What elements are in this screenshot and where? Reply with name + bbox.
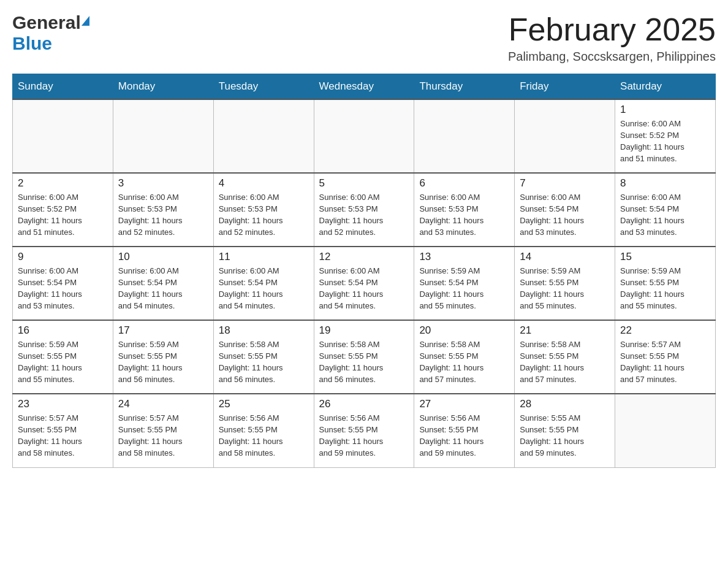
calendar-cell: 16Sunrise: 5:59 AM Sunset: 5:55 PM Dayli… [13,320,113,394]
day-info: Sunrise: 5:58 AM Sunset: 5:55 PM Dayligh… [219,339,309,385]
day-info: Sunrise: 6:00 AM Sunset: 5:52 PM Dayligh… [18,192,108,238]
calendar-cell: 27Sunrise: 5:56 AM Sunset: 5:55 PM Dayli… [414,394,515,467]
day-number: 23 [18,398,108,410]
calendar-cell: 22Sunrise: 5:57 AM Sunset: 5:55 PM Dayli… [615,320,716,394]
day-number: 25 [219,398,309,410]
logo-blue-text: Blue [12,33,52,54]
calendar-cell [414,99,515,173]
day-info: Sunrise: 5:56 AM Sunset: 5:55 PM Dayligh… [319,413,409,459]
day-number: 20 [419,324,509,337]
day-number: 21 [520,324,610,337]
day-number: 8 [620,177,710,190]
calendar-cell: 3Sunrise: 6:00 AM Sunset: 5:53 PM Daylig… [113,173,213,247]
day-number: 28 [520,398,610,410]
week-row-2: 2Sunrise: 6:00 AM Sunset: 5:52 PM Daylig… [13,173,716,247]
calendar-cell: 23Sunrise: 5:57 AM Sunset: 5:55 PM Dayli… [13,394,113,467]
week-row-1: 1Sunrise: 6:00 AM Sunset: 5:52 PM Daylig… [13,99,716,173]
day-info: Sunrise: 5:58 AM Sunset: 5:55 PM Dayligh… [520,339,610,385]
day-number: 12 [319,251,409,263]
calendar-cell: 11Sunrise: 6:00 AM Sunset: 5:54 PM Dayli… [213,247,314,320]
day-info: Sunrise: 6:00 AM Sunset: 5:54 PM Dayligh… [620,192,710,238]
calendar-cell: 25Sunrise: 5:56 AM Sunset: 5:55 PM Dayli… [213,394,314,467]
calendar-cell: 10Sunrise: 6:00 AM Sunset: 5:54 PM Dayli… [113,247,213,320]
title-section: February 2025 Palimbang, Soccsksargen, P… [508,12,716,64]
weekday-header-tuesday: Tuesday [213,74,314,100]
day-info: Sunrise: 6:00 AM Sunset: 5:54 PM Dayligh… [319,266,409,312]
month-title: February 2025 [508,12,716,47]
calendar-cell: 5Sunrise: 6:00 AM Sunset: 5:53 PM Daylig… [314,173,414,247]
calendar-cell [213,99,314,173]
calendar-cell: 26Sunrise: 5:56 AM Sunset: 5:55 PM Dayli… [314,394,414,467]
day-info: Sunrise: 6:00 AM Sunset: 5:54 PM Dayligh… [219,266,309,312]
day-number: 11 [219,251,309,263]
calendar-cell: 19Sunrise: 5:58 AM Sunset: 5:55 PM Dayli… [314,320,414,394]
day-info: Sunrise: 5:59 AM Sunset: 5:55 PM Dayligh… [620,266,710,312]
calendar-cell [113,99,213,173]
calendar-cell: 1Sunrise: 6:00 AM Sunset: 5:52 PM Daylig… [615,99,716,173]
day-number: 10 [118,251,208,263]
week-row-4: 16Sunrise: 5:59 AM Sunset: 5:55 PM Dayli… [13,320,716,394]
day-info: Sunrise: 5:55 AM Sunset: 5:55 PM Dayligh… [520,413,610,459]
day-number: 15 [620,251,710,263]
day-number: 3 [118,177,208,190]
day-number: 13 [419,251,509,263]
day-number: 16 [18,324,108,337]
day-info: Sunrise: 5:59 AM Sunset: 5:54 PM Dayligh… [419,266,509,312]
weekday-header-row: SundayMondayTuesdayWednesdayThursdayFrid… [13,74,716,100]
day-info: Sunrise: 5:58 AM Sunset: 5:55 PM Dayligh… [419,339,509,385]
day-number: 1 [620,104,710,116]
day-info: Sunrise: 6:00 AM Sunset: 5:52 PM Dayligh… [620,118,710,164]
calendar-cell: 4Sunrise: 6:00 AM Sunset: 5:53 PM Daylig… [213,173,314,247]
day-number: 2 [18,177,108,190]
weekday-header-thursday: Thursday [414,74,515,100]
day-number: 6 [419,177,509,190]
day-info: Sunrise: 6:00 AM Sunset: 5:54 PM Dayligh… [18,266,108,312]
week-row-3: 9Sunrise: 6:00 AM Sunset: 5:54 PM Daylig… [13,247,716,320]
day-info: Sunrise: 6:00 AM Sunset: 5:53 PM Dayligh… [419,192,509,238]
calendar-cell [13,99,113,173]
calendar-cell: 13Sunrise: 5:59 AM Sunset: 5:54 PM Dayli… [414,247,515,320]
day-info: Sunrise: 5:56 AM Sunset: 5:55 PM Dayligh… [419,413,509,459]
calendar-cell [615,394,716,467]
day-number: 24 [118,398,208,410]
calendar-cell: 15Sunrise: 5:59 AM Sunset: 5:55 PM Dayli… [615,247,716,320]
calendar-table: SundayMondayTuesdayWednesdayThursdayFrid… [12,74,716,468]
calendar-cell [515,99,615,173]
day-info: Sunrise: 6:00 AM Sunset: 5:54 PM Dayligh… [520,192,610,238]
weekday-header-sunday: Sunday [13,74,113,100]
weekday-header-friday: Friday [515,74,615,100]
day-number: 9 [18,251,108,263]
day-info: Sunrise: 5:59 AM Sunset: 5:55 PM Dayligh… [118,339,208,385]
weekday-header-saturday: Saturday [615,74,716,100]
day-number: 17 [118,324,208,337]
day-info: Sunrise: 5:57 AM Sunset: 5:55 PM Dayligh… [620,339,710,385]
day-info: Sunrise: 6:00 AM Sunset: 5:53 PM Dayligh… [118,192,208,238]
weekday-header-monday: Monday [113,74,213,100]
day-info: Sunrise: 6:00 AM Sunset: 5:53 PM Dayligh… [219,192,309,238]
logo-general-text: General [12,12,81,33]
calendar-cell: 6Sunrise: 6:00 AM Sunset: 5:53 PM Daylig… [414,173,515,247]
day-number: 5 [319,177,409,190]
calendar-cell: 14Sunrise: 5:59 AM Sunset: 5:55 PM Dayli… [515,247,615,320]
calendar-cell: 12Sunrise: 6:00 AM Sunset: 5:54 PM Dayli… [314,247,414,320]
day-info: Sunrise: 6:00 AM Sunset: 5:54 PM Dayligh… [118,266,208,312]
day-number: 26 [319,398,409,410]
calendar-cell: 7Sunrise: 6:00 AM Sunset: 5:54 PM Daylig… [515,173,615,247]
day-number: 4 [219,177,309,190]
day-number: 27 [419,398,509,410]
calendar-cell: 17Sunrise: 5:59 AM Sunset: 5:55 PM Dayli… [113,320,213,394]
day-number: 18 [219,324,309,337]
day-info: Sunrise: 5:58 AM Sunset: 5:55 PM Dayligh… [319,339,409,385]
weekday-header-wednesday: Wednesday [314,74,414,100]
day-info: Sunrise: 6:00 AM Sunset: 5:53 PM Dayligh… [319,192,409,238]
page-header: General Blue February 2025 Palimbang, So… [12,12,716,64]
calendar-cell: 20Sunrise: 5:58 AM Sunset: 5:55 PM Dayli… [414,320,515,394]
calendar-cell: 2Sunrise: 6:00 AM Sunset: 5:52 PM Daylig… [13,173,113,247]
calendar-cell: 21Sunrise: 5:58 AM Sunset: 5:55 PM Dayli… [515,320,615,394]
calendar-cell: 24Sunrise: 5:57 AM Sunset: 5:55 PM Dayli… [113,394,213,467]
day-info: Sunrise: 5:57 AM Sunset: 5:55 PM Dayligh… [118,413,208,459]
calendar-cell: 28Sunrise: 5:55 AM Sunset: 5:55 PM Dayli… [515,394,615,467]
day-info: Sunrise: 5:59 AM Sunset: 5:55 PM Dayligh… [18,339,108,385]
calendar-cell: 8Sunrise: 6:00 AM Sunset: 5:54 PM Daylig… [615,173,716,247]
calendar-cell: 9Sunrise: 6:00 AM Sunset: 5:54 PM Daylig… [13,247,113,320]
